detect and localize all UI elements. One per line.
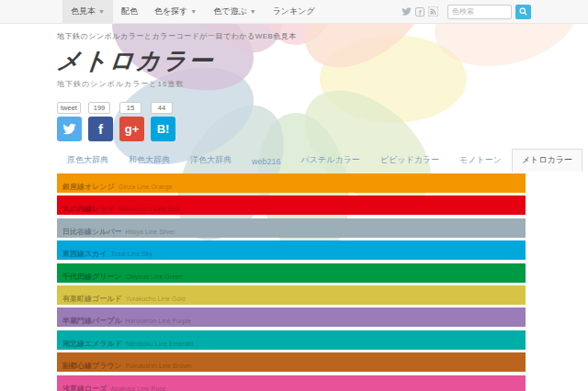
tweet-count-bubble: tweet — [57, 102, 81, 114]
share-unit-hatena: 44 B! — [151, 102, 175, 141]
color-row-tozai[interactable]: 東西線スカイTozai Line Sky #00a7db — [57, 240, 526, 260]
tab-metro-color[interactable]: メトロカラー — [512, 149, 582, 172]
site-header: 地下鉄のシンボルカラーとカラーコードが一目でわかるWEB色見本 メトロカラー 地… — [0, 31, 588, 89]
twitter-bird-icon — [62, 122, 76, 136]
line-name-ja: 千代田線グリーン — [62, 273, 122, 281]
chevron-down-icon: ▼ — [98, 8, 105, 15]
hatena-count-bubble: 44 — [151, 102, 173, 114]
tab-vivid[interactable]: ビビッドカラー — [370, 149, 449, 172]
search-box — [447, 5, 531, 19]
site-tagline: 地下鉄のシンボルカラーとカラーコードが一目でわかるWEB色見本 — [57, 31, 588, 41]
facebook-share-button[interactable]: f — [88, 117, 113, 141]
tab-pastel[interactable]: パステルカラー — [291, 149, 370, 172]
line-name-en: Marunouchi Line Red — [119, 206, 180, 212]
line-name-ja: 有楽町線ゴールド — [62, 295, 122, 303]
search-icon — [519, 7, 527, 16]
line-name-ja: 丸の内線レッド — [62, 205, 115, 213]
share-unit-googleplus: 15 g+ — [119, 102, 144, 141]
line-name-en: Ginza Line Orange — [119, 184, 173, 190]
nav-item-find-color[interactable]: 色を探す▼ — [146, 0, 205, 23]
tab-web216[interactable]: web216 — [242, 151, 291, 172]
nav-label: 色見本 — [71, 6, 96, 17]
main-nav: 色見本▼ 配色 色を探す▼ 色で遊ぶ▼ ランキング — [62, 0, 323, 23]
tab-monotone[interactable]: モノトーン — [449, 149, 512, 172]
nav-label: 色を探す — [154, 6, 187, 17]
nav-item-color-samples[interactable]: 色見本▼ — [62, 0, 113, 23]
line-name-ja: 半蔵門線パープル — [62, 317, 122, 325]
line-name-en: Asakusa Line Rose — [110, 385, 165, 391]
facebook-icon[interactable]: f — [415, 7, 424, 17]
nav-item-play-with-color[interactable]: 色で遊ぶ▼ — [205, 0, 264, 23]
rss-icon[interactable] — [428, 6, 438, 17]
tab-washoku[interactable]: 和色大辞典 — [119, 149, 180, 172]
line-name-ja: 副都心線ブラウン — [62, 362, 122, 370]
color-row-fukutoshin[interactable]: 副都心線ブラウンFukutoshin Line Brown #bb641d — [57, 352, 526, 372]
site-subtitle: 地下鉄のシンボルカラーと16進数 — [57, 79, 588, 89]
share-unit-facebook: 199 f — [88, 102, 113, 141]
twitter-icon[interactable] — [401, 6, 412, 17]
nav-label: 色で遊ぶ — [213, 6, 246, 17]
color-row-yurakucho[interactable]: 有楽町線ゴールドYurakucho Line Gold #d7c447 — [57, 285, 526, 305]
line-name-en: Namboku Line Emerald — [126, 341, 193, 347]
line-name-ja: 銀座線オレンジ — [62, 183, 115, 191]
line-name-en: Hanzomon Line Purple — [126, 318, 191, 324]
search-button[interactable] — [515, 5, 531, 19]
nav-item-ranking[interactable]: ランキング — [265, 0, 323, 23]
share-unit-twitter: tweet — [57, 102, 82, 141]
nav-label: 配色 — [121, 6, 138, 17]
top-navigation-bar: 色見本▼ 配色 色を探す▼ 色で遊ぶ▼ ランキング f — [0, 0, 588, 24]
color-row-namboku[interactable]: 南北線エメラルドNamboku Line Emerald #00ada9 — [57, 330, 526, 350]
hatena-share-button[interactable]: B! — [151, 117, 175, 141]
topbar-right: f — [401, 5, 531, 19]
facebook-count-bubble: 199 — [88, 102, 110, 114]
line-name-en: Fukutoshin Line Brown — [126, 363, 191, 369]
color-row-asakusa[interactable]: 浅草線ローズAsakusa Line Rose #e85298 — [57, 375, 526, 391]
tab-youshoku[interactable]: 洋色大辞典 — [180, 149, 242, 172]
tab-genshoku[interactable]: 原色大辞典 — [57, 149, 119, 172]
twitter-share-button[interactable] — [57, 117, 82, 141]
search-input[interactable] — [447, 5, 512, 19]
chevron-down-icon: ▼ — [190, 8, 197, 15]
line-name-en: Hibiya Line Silver — [126, 229, 175, 235]
line-name-ja: 浅草線ローズ — [62, 385, 107, 391]
nav-label: ランキング — [273, 6, 315, 17]
color-row-hanzomon[interactable]: 半蔵門線パープルHanzomon Line Purple #9b7cb6 — [57, 307, 526, 327]
nav-item-color-schemes[interactable]: 配色 — [113, 0, 146, 23]
site-title: メトロカラー — [55, 45, 216, 77]
line-name-ja: 南北線エメラルド — [62, 340, 122, 348]
color-row-chiyoda[interactable]: 千代田線グリーンChiyoda Line Green #009944 — [57, 263, 526, 283]
line-name-ja: 東西線スカイ — [62, 250, 107, 258]
line-name-en: Chiyoda Line Green — [126, 274, 183, 280]
color-row-ginza[interactable]: 銀座線オレンジGinza Line Orange #f39700 — [57, 173, 526, 193]
googleplus-count-bubble: 15 — [119, 102, 141, 114]
share-buttons: tweet 199 f 15 g+ 44 B! — [57, 102, 588, 141]
line-name-en: Yurakucho Line Gold — [126, 296, 186, 302]
line-name-ja: 日比谷線シルバー — [62, 228, 122, 236]
social-links: f — [401, 6, 438, 17]
chevron-down-icon: ▼ — [250, 8, 256, 15]
color-row-hibiya[interactable]: 日比谷線シルバーHibiya Line Silver #9caeb7 — [57, 218, 526, 238]
googleplus-share-button[interactable]: g+ — [119, 117, 144, 141]
metro-color-list: 銀座線オレンジGinza Line Orange #f39700 丸の内線レッド… — [57, 173, 526, 391]
color-row-marunouchi[interactable]: 丸の内線レッドMarunouchi Line Red #e60012 — [57, 196, 526, 215]
palette-tabs: 原色大辞典 和色大辞典 洋色大辞典 web216 パステルカラー ビビッドカラー… — [57, 149, 588, 172]
line-name-en: Tozai Line Sky — [111, 251, 153, 257]
